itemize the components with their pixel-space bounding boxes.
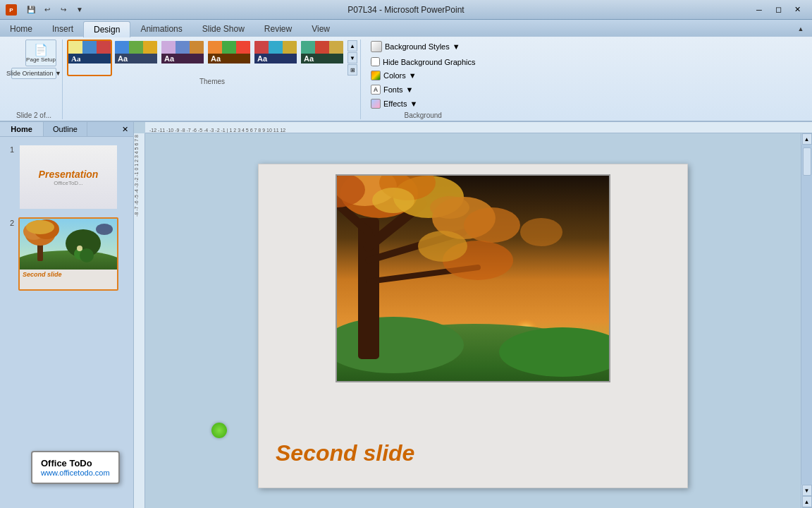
hide-background-label: Hide Background Graphics [383, 58, 475, 66]
scrollbar-vertical: ▲ ▼ ▲ ▼ [801, 133, 812, 508]
canvas-area: -12 -11 -10 -9 -8 -7 -6 -5 -4 -3 -2 -1 |… [134, 122, 812, 508]
ruler-horizontal: -12 -11 -10 -9 -8 -7 -6 -5 -4 -3 -2 -1 |… [145, 122, 812, 133]
background-styles-label: Background Styles [385, 42, 450, 51]
theme-4-button[interactable]: Aa [207, 40, 252, 76]
app-icon: P [6, 4, 17, 16]
close-button[interactable]: ✕ [788, 4, 806, 16]
tab-insert[interactable]: Insert [42, 21, 83, 37]
tab-outline[interactable]: Outline [44, 122, 87, 136]
themes-group: Aa Aa Aa Aa Aa [64, 40, 361, 119]
ruler-vertical: -8 -7 -6 -5 -4 -3 -2 -1 0 1 2 3 4 5 6 7 … [134, 133, 145, 508]
slide-canvas[interactable]: Second slide [145, 133, 801, 508]
svg-point-29 [464, 207, 520, 243]
tab-review[interactable]: Review [254, 21, 302, 37]
colors-fonts-effects: Colors ▼ A Fonts ▼ Effects ▼ [368, 69, 478, 110]
slide-orientation-button[interactable]: Slide Orientation ▼ [11, 68, 56, 79]
theme-1-button[interactable]: Aa [67, 40, 112, 76]
colors-button[interactable]: Colors ▼ [368, 69, 478, 82]
svg-text:P: P [9, 7, 13, 13]
tab-slides[interactable]: Home [0, 122, 44, 136]
background-styles-arrow: ▼ [453, 42, 460, 51]
slides-panel: Home Outline ✕ 1 Presentation OfficeToD.… [0, 122, 134, 508]
slide-2-image [20, 219, 117, 270]
slide-display: Second slide [258, 164, 688, 488]
slide-1-thumbnail[interactable]: Presentation OfficeToD... [18, 144, 118, 210]
quick-access-toolbar: 💾 ↩ ↪ ▼ [24, 4, 87, 16]
hide-background-checkbox[interactable] [371, 57, 380, 66]
window-controls: ─ ◻ ✕ [750, 4, 806, 16]
background-styles-button[interactable]: Background Styles ▼ [368, 40, 478, 54]
theme-3-button[interactable]: Aa [160, 40, 205, 76]
save-button[interactable]: 💾 [24, 4, 38, 16]
svg-point-35 [430, 196, 469, 219]
hide-background-toggle[interactable]: Hide Background Graphics [368, 56, 478, 68]
scroll-up-button[interactable]: ▲ [802, 133, 812, 145]
ribbon: Home Insert Design Animations Slide Show… [0, 20, 812, 122]
tab-design[interactable]: Design [83, 21, 130, 37]
fonts-icon: A [371, 85, 381, 95]
slide-1-subtitle: OfficeToD... [54, 180, 83, 186]
ruler-h-ticks: -12 -11 -10 -9 -8 -7 -6 -5 -4 -3 -2 -1 |… [145, 122, 812, 133]
panel-close-button[interactable]: ✕ [119, 123, 130, 135]
themes-scroll-up[interactable]: ▲ [347, 40, 357, 52]
scroll-prev-button[interactable]: ▲ [802, 496, 812, 507]
theme-2-button[interactable]: Aa [113, 40, 159, 76]
slide-1-number: 1 [4, 144, 14, 154]
themes-label: Themes [67, 78, 357, 85]
tab-view[interactable]: View [302, 21, 340, 37]
background-items: Background Styles ▼ Hide Background Grap… [368, 40, 478, 68]
themes-row: Aa Aa Aa Aa Aa [67, 40, 357, 76]
qat-dropdown[interactable]: ▼ [73, 4, 87, 16]
tab-home[interactable]: Home [0, 21, 42, 37]
slide-thumb-1[interactable]: 1 Presentation OfficeToD... [3, 143, 130, 212]
fonts-arrow: ▼ [406, 85, 414, 94]
page-setup-group: 📄 Page Setup Slide Orientation ▼ Slide 2… [6, 40, 63, 119]
ruler-v-ticks: -8 -7 -6 -5 -4 -3 -2 -1 0 1 2 3 4 5 6 7 … [134, 133, 144, 218]
effects-button[interactable]: Effects ▼ [368, 97, 478, 110]
theme-5-button[interactable]: Aa [253, 40, 298, 76]
ribbon-collapse-button[interactable]: ▲ [794, 23, 808, 35]
page-setup-items: 📄 Page Setup Slide Orientation ▼ [11, 40, 56, 110]
svg-point-11 [80, 248, 94, 262]
tab-animations[interactable]: Animations [130, 21, 192, 37]
colors-arrow: ▼ [409, 71, 417, 80]
theme-6-button[interactable]: Aa [300, 40, 345, 76]
effects-icon [371, 99, 381, 109]
office-todo-url: www.officetodo.com [41, 468, 110, 477]
slide-1-title: Presentation [39, 169, 99, 180]
undo-button[interactable]: ↩ [40, 4, 54, 16]
office-todo-title: Office ToDo [41, 458, 110, 468]
slide-2-number: 2 [4, 217, 14, 227]
svg-point-31 [418, 231, 467, 262]
slide-2-thumbnail[interactable]: Second slide [18, 217, 118, 291]
panel-tabs-row: Home Outline ✕ [0, 122, 133, 137]
cursor-indicator [211, 423, 227, 438]
office-todo-popup: Office ToDo www.officetodo.com [31, 451, 120, 484]
restore-button[interactable]: ◻ [769, 4, 787, 16]
scroll-thumb[interactable] [803, 147, 811, 176]
page-setup-label: Slide 2 of... [16, 111, 51, 119]
svg-point-33 [520, 218, 562, 246]
slide-2-preview: Second slide [20, 219, 117, 289]
titlebar-left: P 💾 ↩ ↪ ▼ [6, 4, 87, 16]
redo-button[interactable]: ↪ [56, 4, 70, 16]
fonts-button[interactable]: A Fonts ▼ [368, 83, 478, 96]
slide-2-text: Second slide [20, 270, 117, 279]
themes-scroll-down[interactable]: ▼ [347, 52, 357, 64]
svg-point-12 [96, 224, 113, 235]
themes-more[interactable]: ⊞ [347, 64, 357, 75]
svg-point-8 [26, 220, 54, 234]
ribbon-tabs: Home Insert Design Animations Slide Show… [0, 20, 812, 37]
scroll-track[interactable] [801, 145, 812, 485]
background-group: Background Styles ▼ Hide Background Grap… [362, 40, 484, 119]
slide-thumb-2[interactable]: 2 [3, 216, 130, 292]
scroll-down-button[interactable]: ▼ [802, 485, 812, 496]
page-setup-button[interactable]: 📄 Page Setup [25, 40, 56, 66]
colors-icon [371, 71, 381, 80]
effects-arrow: ▼ [410, 99, 417, 108]
ribbon-content: 📄 Page Setup Slide Orientation ▼ Slide 2… [0, 37, 812, 121]
minimize-button[interactable]: ─ [750, 4, 768, 16]
background-label: Background [368, 111, 478, 119]
svg-point-13 [77, 246, 82, 251]
tab-slideshow[interactable]: Slide Show [192, 21, 254, 37]
